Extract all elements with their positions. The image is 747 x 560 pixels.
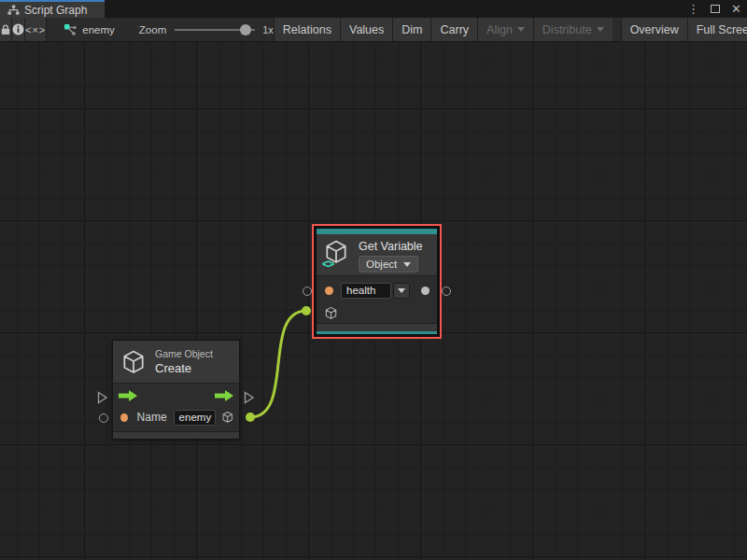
variable-name-port-dot[interactable]: [325, 287, 333, 295]
toolbar: <×> enemy Zoom 1x Relations Values Dim C…: [0, 18, 747, 42]
control-input-port[interactable]: [97, 391, 108, 404]
script-graph-window: Script Graph ⋮ ✕ <×>: [0, 0, 747, 560]
zoom-label: Zoom: [139, 24, 166, 35]
window-controls: ⋮ ✕: [687, 0, 741, 18]
control-in-arrow-icon[interactable]: [119, 390, 137, 401]
value-input-port[interactable]: [99, 413, 108, 423]
node-create-gameobject[interactable]: Game Object Create Name enemy: [112, 340, 240, 440]
chevron-down-icon: [403, 262, 411, 267]
distribute-button[interactable]: Distribute: [533, 18, 613, 41]
node-title: Get Variable: [359, 240, 423, 253]
node-header[interactable]: <> Get Variable Object: [317, 234, 437, 275]
connection-wire[interactable]: [250, 311, 306, 417]
zoom-slider[interactable]: [175, 29, 255, 31]
node-header[interactable]: Game Object Create: [113, 341, 239, 383]
maximize-icon[interactable]: [711, 5, 720, 13]
graph-hierarchy-icon: [7, 5, 20, 16]
node-footer: [113, 431, 239, 439]
breadcrumb[interactable]: enemy: [63, 18, 115, 41]
node-title: Create: [155, 361, 213, 375]
align-button[interactable]: Align: [477, 18, 533, 41]
value-input-port[interactable]: [303, 287, 312, 296]
fullscreen-button[interactable]: Full Screen: [687, 18, 747, 41]
node-category: Game Object: [155, 348, 213, 359]
name-port-dot[interactable]: [120, 413, 128, 422]
code-angle-brackets-icon: <>: [322, 258, 333, 271]
tab-script-graph[interactable]: Script Graph: [0, 0, 105, 18]
value-output-port[interactable]: [442, 287, 451, 296]
variable-name-dropdown[interactable]: [393, 283, 410, 299]
overview-button[interactable]: Overview: [621, 18, 687, 41]
tab-label: Script Graph: [24, 4, 87, 17]
values-button[interactable]: Values: [340, 18, 392, 41]
name-input[interactable]: enemy: [174, 410, 216, 426]
chevron-down-icon: [597, 27, 604, 32]
node-color-bar-bottom: [317, 331, 437, 334]
chevron-down-icon: [398, 288, 405, 293]
edit-graph-button[interactable]: <×>: [25, 18, 47, 41]
relations-button[interactable]: Relations: [274, 18, 340, 41]
graph-node-icon: [63, 23, 77, 36]
close-icon[interactable]: ✕: [731, 3, 741, 15]
tab-bar: Script Graph ⋮ ✕: [0, 0, 747, 18]
carry-button[interactable]: Carry: [430, 18, 477, 41]
zoom-slider-handle[interactable]: [240, 24, 251, 35]
control-output-port[interactable]: [244, 391, 255, 404]
value-output-dot[interactable]: [421, 287, 430, 295]
code-brackets-icon: <×>: [25, 24, 46, 35]
control-out-arrow-icon[interactable]: [215, 390, 233, 401]
graph-name-label: enemy: [82, 24, 115, 35]
gameobject-input-cube-icon[interactable]: [324, 306, 338, 320]
dim-button[interactable]: Dim: [392, 18, 430, 41]
gameobject-output-cube-icon[interactable]: [221, 410, 234, 425]
variable-scope-dropdown[interactable]: Object: [359, 256, 418, 273]
lock-icon: [0, 23, 11, 35]
selection-outline: <> Get Variable Object health: [312, 224, 442, 339]
node-footer: [317, 323, 437, 331]
toolbar-buttons: Relations Values Dim Carry Align Distrib…: [274, 18, 747, 41]
info-button[interactable]: [12, 18, 25, 41]
zoom-value: 1x: [262, 24, 274, 35]
kebab-menu-icon[interactable]: ⋮: [687, 3, 699, 15]
lock-button[interactable]: [0, 18, 12, 41]
graph-canvas[interactable]: Game Object Create Name enemy: [0, 42, 747, 560]
wire-endpoint-output[interactable]: [246, 413, 255, 422]
wire-endpoint-input[interactable]: [302, 306, 311, 315]
cube-icon: [120, 349, 147, 375]
chevron-down-icon: [517, 27, 525, 32]
variable-name-input[interactable]: health: [341, 283, 391, 299]
zoom-control: Zoom 1x: [139, 18, 274, 41]
node-get-variable[interactable]: <> Get Variable Object health: [316, 228, 438, 335]
name-port-label: Name: [137, 411, 167, 424]
info-icon: [12, 23, 24, 35]
